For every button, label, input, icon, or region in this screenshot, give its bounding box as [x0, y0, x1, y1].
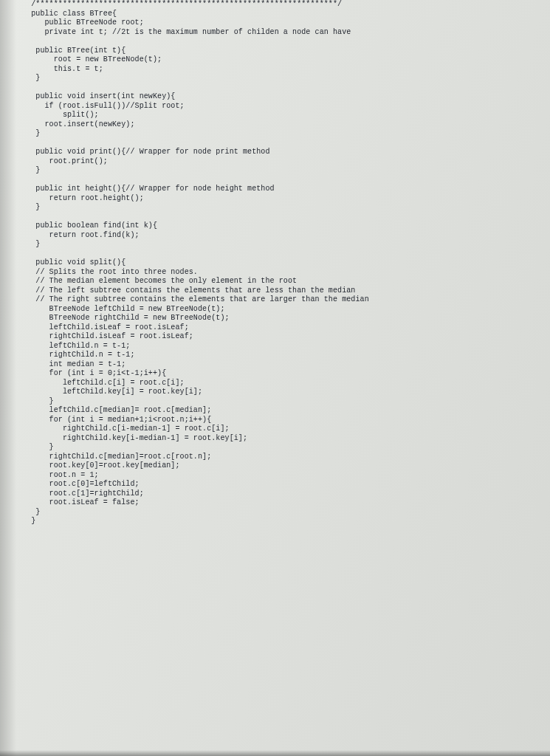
code-sheet: /***************************************…	[0, 0, 550, 756]
scanned-page: /***************************************…	[0, 0, 550, 756]
code-listing: /***************************************…	[22, 0, 550, 526]
scan-shadow-bottom	[0, 750, 550, 756]
